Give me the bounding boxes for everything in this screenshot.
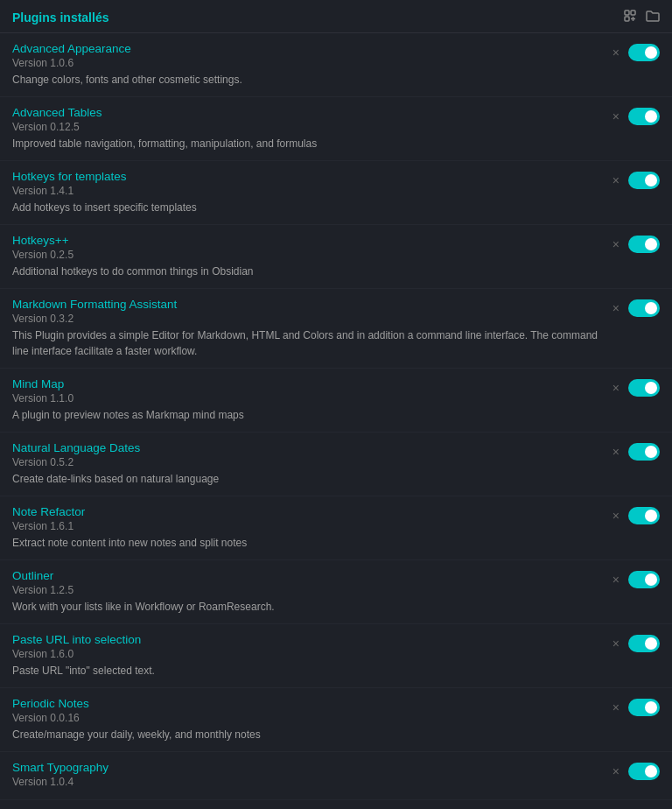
remove-plugin-button[interactable]: × <box>612 46 620 59</box>
svg-rect-0 <box>625 11 629 15</box>
plugin-version: Version 1.0.4 <box>12 776 602 788</box>
plugin-list: Advanced Appearance Version 1.0.6 Change… <box>0 33 672 800</box>
plugin-description: Additional hotkeys to do common things i… <box>12 264 602 279</box>
plugin-toggle[interactable] <box>628 379 660 397</box>
plugin-version: Version 0.0.16 <box>12 712 602 724</box>
toggle-thumb <box>645 238 657 250</box>
remove-plugin-button[interactable]: × <box>612 238 620 250</box>
plugin-item: Advanced Appearance Version 1.0.6 Change… <box>0 33 672 97</box>
plugin-name: Paste URL into selection <box>12 633 602 646</box>
remove-plugin-button[interactable]: × <box>612 637 620 650</box>
plugin-name: Advanced Appearance <box>12 42 602 55</box>
plugin-description: Improved table navigation, formatting, m… <box>12 136 602 151</box>
plugin-toggle[interactable] <box>628 299 660 317</box>
toggle-thumb <box>645 46 657 59</box>
plugin-toggle[interactable] <box>628 635 660 652</box>
plugin-description: Create/manage your daily, weekly, and mo… <box>12 727 602 742</box>
header: Plugins installés <box>0 0 672 33</box>
remove-plugin-button[interactable]: × <box>612 174 620 186</box>
plugin-description: Add hotkeys to insert specific templates <box>12 200 602 215</box>
plugin-toggle[interactable] <box>628 443 660 461</box>
plugin-controls: × <box>612 697 660 716</box>
plugin-name: Natural Language Dates <box>12 441 602 454</box>
plugin-version: Version 1.6.0 <box>12 648 602 660</box>
plugin-name: Outliner <box>12 569 602 582</box>
plugin-info: Advanced Appearance Version 1.0.6 Change… <box>12 42 612 88</box>
toggle-thumb <box>645 446 657 458</box>
plugin-info: Mind Map Version 1.1.0 A plugin to previ… <box>12 377 612 423</box>
plugin-toggle[interactable] <box>628 108 660 125</box>
plugin-toggle[interactable] <box>628 571 660 588</box>
plugin-name: Advanced Tables <box>12 106 602 119</box>
remove-plugin-button[interactable]: × <box>612 701 620 714</box>
plugin-controls: × <box>612 170 660 189</box>
plugin-controls: × <box>612 234 660 253</box>
plugin-info: Hotkeys for templates Version 1.4.1 Add … <box>12 170 612 215</box>
remove-plugin-button[interactable]: × <box>612 510 620 522</box>
plugin-name: Markdown Formatting Assistant <box>12 298 602 311</box>
toggle-thumb <box>645 302 657 314</box>
plugin-name: Hotkeys++ <box>12 234 602 247</box>
plugin-description: Create date-links based on natural langu… <box>12 471 602 487</box>
svg-rect-1 <box>631 11 635 15</box>
plugin-description: This Plugin provides a simple Editor for… <box>12 327 602 359</box>
remove-plugin-button[interactable]: × <box>612 302 620 314</box>
toggle-thumb <box>645 382 657 394</box>
plugin-version: Version 0.5.2 <box>12 456 602 468</box>
plugin-controls: × <box>612 633 660 652</box>
plugin-name: Periodic Notes <box>12 697 602 710</box>
plugin-item: Note Refactor Version 1.6.1 Extract note… <box>0 496 672 560</box>
toggle-thumb <box>645 510 657 522</box>
toggle-thumb <box>645 637 657 650</box>
svg-rect-2 <box>625 17 629 21</box>
plugin-version: Version 1.0.6 <box>12 57 602 69</box>
plugin-info: Natural Language Dates Version 0.5.2 Cre… <box>12 441 612 487</box>
remove-plugin-button[interactable]: × <box>612 573 620 586</box>
plugin-item: Hotkeys for templates Version 1.4.1 Add … <box>0 161 672 225</box>
plugin-description: Paste URL "into" selected text. <box>12 663 602 679</box>
plugin-controls: × <box>612 569 660 588</box>
plugin-controls: × <box>612 377 660 397</box>
plugin-toggle[interactable] <box>628 236 660 253</box>
plugin-toggle[interactable] <box>628 699 660 716</box>
folder-icon[interactable] <box>646 9 660 25</box>
plugin-description: Work with your lists like in Workflowy o… <box>12 599 602 615</box>
toggle-thumb <box>645 765 657 777</box>
plugin-name: Mind Map <box>12 377 602 390</box>
plugin-toggle[interactable] <box>628 507 660 524</box>
plugin-controls: × <box>612 761 660 780</box>
plugin-item: Outliner Version 1.2.5 Work with your li… <box>0 560 672 624</box>
plugin-version: Version 1.1.0 <box>12 392 602 404</box>
plugin-info: Note Refactor Version 1.6.1 Extract note… <box>12 505 612 551</box>
remove-plugin-button[interactable]: × <box>612 110 620 123</box>
plugin-version: Version 0.2.5 <box>12 249 602 261</box>
plugin-item: Hotkeys++ Version 0.2.5 Additional hotke… <box>0 225 672 289</box>
plugin-item: Advanced Tables Version 0.12.5 Improved … <box>0 97 672 161</box>
plugin-controls: × <box>612 441 660 461</box>
plugin-item: Natural Language Dates Version 0.5.2 Cre… <box>0 433 672 496</box>
plugin-version: Version 0.12.5 <box>12 121 602 133</box>
share-icon[interactable] <box>623 9 637 25</box>
toggle-thumb <box>645 573 657 586</box>
plugin-description: Extract note content into new notes and … <box>12 535 602 551</box>
header-title: Plugins installés <box>12 11 108 25</box>
plugin-version: Version 1.4.1 <box>12 185 602 197</box>
plugin-toggle[interactable] <box>628 172 660 189</box>
plugin-controls: × <box>612 505 660 524</box>
remove-plugin-button[interactable]: × <box>612 382 620 394</box>
remove-plugin-button[interactable]: × <box>612 446 620 458</box>
plugin-version: Version 0.3.2 <box>12 313 602 325</box>
plugin-item: Periodic Notes Version 0.0.16 Create/man… <box>0 688 672 752</box>
plugin-controls: × <box>612 106 660 125</box>
plugin-toggle[interactable] <box>628 44 660 61</box>
plugin-info: Hotkeys++ Version 0.2.5 Additional hotke… <box>12 234 612 279</box>
plugin-name: Note Refactor <box>12 505 602 518</box>
toggle-thumb <box>645 174 657 186</box>
plugin-item: Smart Typography Version 1.0.4 × <box>0 752 672 800</box>
plugin-toggle[interactable] <box>628 763 660 780</box>
plugin-info: Smart Typography Version 1.0.4 <box>12 761 612 791</box>
plugin-item: Paste URL into selection Version 1.6.0 P… <box>0 624 672 688</box>
plugin-name: Smart Typography <box>12 761 602 774</box>
remove-plugin-button[interactable]: × <box>612 765 620 777</box>
plugin-version: Version 1.2.5 <box>12 584 602 596</box>
